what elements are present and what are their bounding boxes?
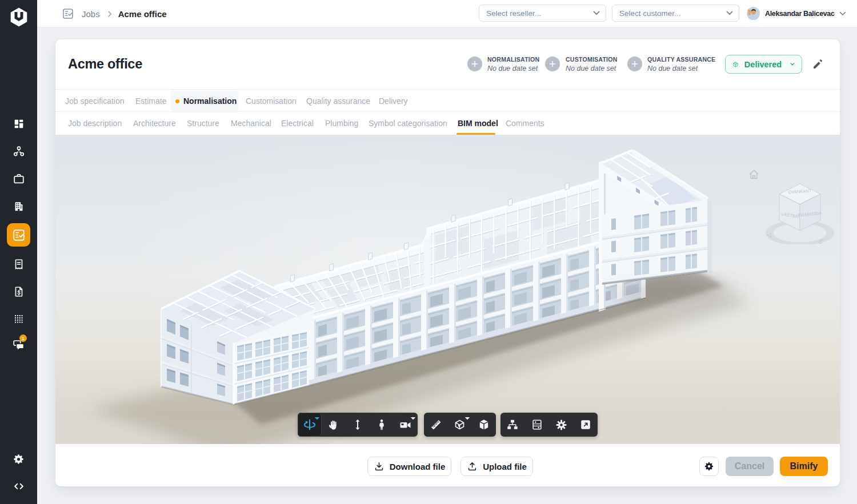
svg-text:S: S (817, 237, 824, 244)
